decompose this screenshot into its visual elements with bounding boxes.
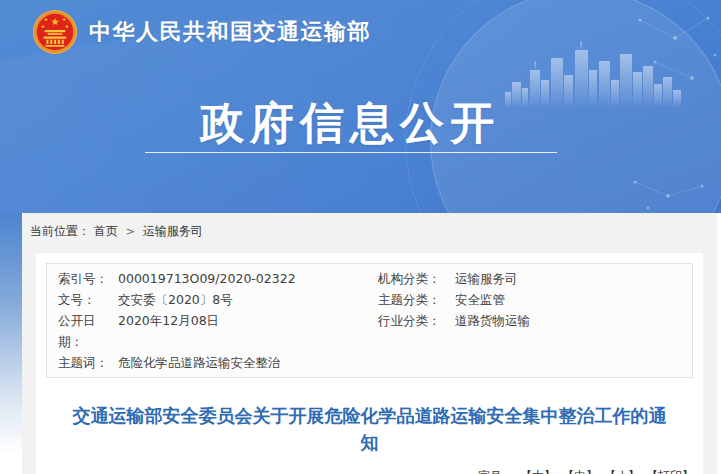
- svg-text:★: ★: [62, 17, 66, 22]
- table-row: 索引号： 000019713O09/2020-02322 机构分类： 运输服务司: [47, 268, 692, 289]
- document-meta-table: 索引号： 000019713O09/2020-02322 机构分类： 运输服务司…: [46, 263, 693, 378]
- table-row: 文号： 交安委〔2020〕8号 主题分类： 安全监管: [47, 289, 692, 310]
- font-large-button[interactable]: 【大】: [520, 469, 556, 474]
- national-emblem-icon: ★ ★ ★ ★ ★: [32, 8, 78, 56]
- breadcrumb: 当前位置： 首页 > 运输服务司: [22, 213, 717, 240]
- meta-value: [455, 352, 692, 373]
- meta-value: 安全监管: [455, 289, 692, 310]
- breadcrumb-section-link[interactable]: 运输服务司: [143, 224, 203, 238]
- meta-label: 索引号：: [58, 268, 118, 289]
- content-area: 当前位置： 首页 > 运输服务司 索引号： 000019713O09/2020-…: [22, 213, 717, 474]
- meta-value: 运输服务司: [455, 268, 692, 289]
- banner-page-title: 政府信息公开: [0, 94, 700, 153]
- left-gradient-strip: [0, 213, 22, 474]
- meta-label: 公开日期：: [58, 310, 118, 352]
- document-card: 索引号： 000019713O09/2020-02322 机构分类： 运输服务司…: [36, 253, 703, 474]
- table-row: 主题词： 危险化学品道路运输安全整治: [47, 352, 692, 373]
- article-title: 交通运输部安全委员会关于开展危险化学品道路运输安全集中整治工作的通知: [36, 402, 703, 456]
- banner-title-underline: [145, 152, 557, 153]
- breadcrumb-label: 当前位置：: [30, 224, 90, 238]
- meta-value: 交安委〔2020〕8号: [118, 289, 378, 310]
- ministry-name[interactable]: 中华人民共和国交通运输部: [89, 17, 371, 47]
- gov-brand: ★ ★ ★ ★ ★ 中华人民共和国交通运输部: [32, 8, 371, 56]
- print-button[interactable]: 【打印】: [646, 469, 694, 474]
- meta-value: 000019713O09/2020-02322: [118, 268, 378, 289]
- svg-text:★: ★: [51, 16, 60, 27]
- svg-text:★: ★: [44, 17, 48, 22]
- meta-label: 机构分类：: [378, 268, 455, 289]
- page-lower: 当前位置： 首页 > 运输服务司 索引号： 000019713O09/2020-…: [0, 213, 721, 474]
- breadcrumb-separator: >: [126, 225, 135, 238]
- font-small-button[interactable]: 【小】: [604, 469, 640, 474]
- font-size-label: 字号：: [478, 469, 514, 474]
- banner: ★ ★ ★ ★ ★ 中华人民共和国交通运输部 政府信息公开: [0, 0, 721, 213]
- meta-label: 主题分类：: [378, 289, 455, 310]
- page: ★ ★ ★ ★ ★ 中华人民共和国交通运输部 政府信息公开: [0, 0, 721, 474]
- font-size-controls: 字号：【大】【中】【小】【打印】: [36, 468, 703, 474]
- meta-value: 道路货物运输: [455, 310, 692, 352]
- breadcrumb-home-link[interactable]: 首页: [94, 224, 118, 238]
- meta-label: [378, 352, 455, 373]
- meta-value: 2020年12月08日: [118, 310, 378, 352]
- svg-text:★: ★: [41, 24, 45, 29]
- meta-label: 文号：: [58, 289, 118, 310]
- font-medium-button[interactable]: 【中】: [562, 469, 598, 474]
- table-row: 公开日期： 2020年12月08日 行业分类： 道路货物运输: [47, 310, 692, 352]
- meta-label: 行业分类：: [378, 310, 455, 352]
- svg-text:★: ★: [65, 24, 69, 29]
- meta-label: 主题词：: [58, 352, 118, 373]
- meta-value: 危险化学品道路运输安全整治: [118, 352, 378, 373]
